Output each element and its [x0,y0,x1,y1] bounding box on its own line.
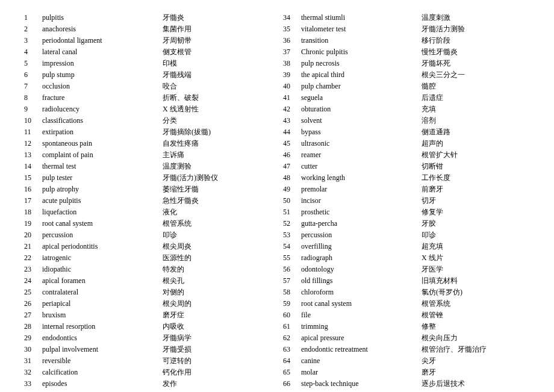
chinese-term: 工作长度 [422,172,530,184]
row-number: 66 [283,378,301,390]
row-number: 45 [283,138,301,149]
chinese-term: 磨牙 [422,367,530,378]
chinese-term: 根管锉 [422,310,530,321]
english-term: reversible [42,355,163,367]
row-number: 7 [24,81,42,92]
english-term: the apical third [301,69,422,81]
row-number: 49 [283,184,301,195]
english-term: pulpal involvement [42,344,163,355]
chinese-term: 切牙 [422,195,530,207]
english-term: percussion [301,229,422,241]
chinese-term: 侧支根管 [163,46,271,58]
vocab-row: 58chloroform氯仿(哥罗仿) [283,287,530,298]
vocab-row: 25contralateral对侧的 [24,287,271,298]
english-term: episodes [42,378,163,390]
vocab-row: 49premolar前磨牙 [283,184,530,195]
chinese-term: 钙化作用 [163,367,271,378]
row-number: 55 [283,252,301,264]
english-term: calcification [42,367,163,378]
row-number: 30 [24,344,42,355]
row-number: 56 [283,264,301,275]
vocab-row: 38pulp necrosis牙髓坏死 [283,58,530,69]
row-number: 37 [283,46,301,58]
chinese-term: 尖牙 [422,355,530,367]
english-term: internal resorption [42,321,163,332]
row-number: 32 [24,367,42,378]
english-term: thermal stiumli [301,12,422,23]
vocab-row: 9radiolucencyX 线透射性 [24,104,271,115]
english-term: liquefaction [42,207,163,218]
row-number: 46 [283,149,301,161]
row-number: 27 [24,310,42,321]
english-term: classifications [42,115,163,126]
row-number: 62 [283,332,301,344]
row-number: 42 [283,104,301,115]
chinese-term: 侧道通路 [422,126,530,138]
row-number: 20 [24,229,42,241]
chinese-term: 特发的 [163,264,271,275]
row-number: 36 [283,35,301,46]
english-term: radiograph [301,252,422,264]
vocabulary-table: 1pulpitis牙髓炎2anachoresis集菌作用3periodontal… [24,12,530,390]
english-term: bypass [301,126,422,138]
chinese-term: 内吸收 [163,321,271,332]
chinese-term: 萎缩性牙髓 [163,184,271,195]
row-number: 61 [283,321,301,332]
english-term: extirpation [42,126,163,138]
english-term: odontology [301,264,422,275]
vocab-row: 20percussion叩诊 [24,229,271,241]
row-number: 51 [283,207,301,218]
vocab-row: 63endodontic retreatment根管治疗、牙髓治疗 [283,344,530,355]
english-term: pulp stump [42,69,163,81]
vocab-row: 42obturation充填 [283,104,530,115]
left-column: 1pulpitis牙髓炎2anachoresis集菌作用3periodontal… [24,12,271,390]
vocab-row: 51prosthetic修复学 [283,207,530,218]
row-number: 5 [24,58,42,69]
english-term: idiopathic [42,264,163,275]
vocab-row: 50incisor切牙 [283,195,530,207]
english-term: apical pressure [301,332,422,344]
english-term: apical periodontitis [42,241,163,252]
row-number: 39 [283,69,301,81]
english-term: vitalometer test [301,23,422,35]
row-number: 19 [24,218,42,229]
row-number: 59 [283,298,301,310]
english-term: bruxism [42,310,163,321]
english-term: transition [301,35,422,46]
vocab-row: 52gutta-percha牙胶 [283,218,530,229]
vocab-row: 64canine尖牙 [283,355,530,367]
vocab-row: 36transition移行阶段 [283,35,530,46]
row-number: 38 [283,58,301,69]
chinese-term: 牙胶 [422,218,530,229]
english-term: Chronic pulpitis [301,46,422,58]
chinese-term: 根尖向压力 [422,332,530,344]
vocab-row: 39the apical third根尖三分之一 [283,69,530,81]
vocab-row: 48working length工作长度 [283,172,530,184]
english-term: lateral canal [42,46,163,58]
vocab-row: 33episodes发作 [24,378,271,390]
row-number: 14 [24,161,42,172]
english-term: fracture [42,92,163,104]
vocab-row: 5impression印模 [24,58,271,69]
english-term: complaint of pain [42,149,163,161]
row-number: 53 [283,229,301,241]
row-number: 35 [283,23,301,35]
row-number: 6 [24,69,42,81]
chinese-term: 超充填 [422,241,530,252]
english-term: prosthetic [301,207,422,218]
chinese-term: 牙医学 [422,264,530,275]
vocab-row: 45ultrasonic超声的 [283,138,530,149]
vocab-row: 3periodontal ligament牙周韧带 [24,35,271,46]
row-number: 17 [24,195,42,207]
chinese-term: 前磨牙 [422,184,530,195]
vocab-row: 16pulp atrophy萎缩性牙髓 [24,184,271,195]
english-term: radiolucency [42,104,163,115]
chinese-term: 慢性牙髓炎 [422,46,530,58]
vocab-row: 35vitalometer test牙髓活力测验 [283,23,530,35]
english-term: apical foramen [42,275,163,287]
english-term: thermal test [42,161,163,172]
chinese-term: 牙髓坏死 [422,58,530,69]
chinese-term: 牙髓炎 [163,12,271,23]
vocab-row: 7occlusion咬合 [24,81,271,92]
vocab-row: 24apical foramen根尖孔 [24,275,271,287]
